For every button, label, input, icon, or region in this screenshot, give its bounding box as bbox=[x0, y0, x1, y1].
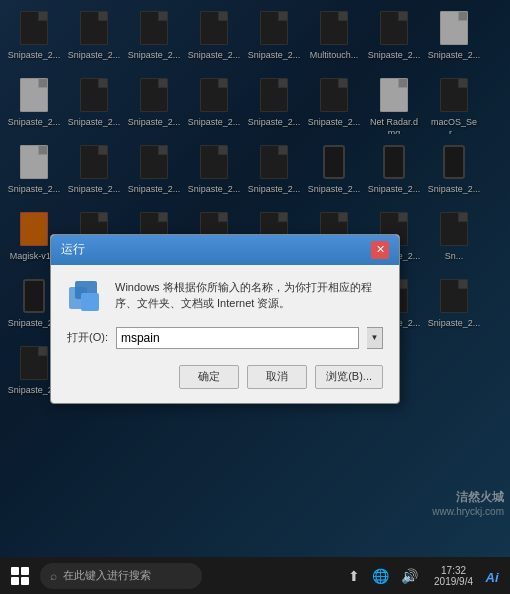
start-button[interactable] bbox=[0, 557, 40, 594]
windows-logo-icon bbox=[11, 567, 29, 585]
desktop: Snipaste_2... Snipaste_2... Snipaste_2..… bbox=[0, 0, 510, 557]
taskbar-system-icon[interactable]: ⬆ bbox=[344, 566, 364, 586]
dialog-title: 运行 bbox=[61, 241, 85, 258]
svg-rect-2 bbox=[81, 293, 99, 311]
clock-date: 2019/9/4 bbox=[434, 576, 473, 587]
dropdown-arrow[interactable]: ▼ bbox=[367, 327, 383, 349]
ok-button[interactable]: 确定 bbox=[179, 365, 239, 389]
clock-time: 17:32 bbox=[441, 565, 466, 576]
run-dialog: 运行 ✕ Windows 将根据你所输入的名称，为你打开相应的程序、文件夹、文档… bbox=[50, 234, 400, 404]
dialog-title-bar: 运行 ✕ bbox=[51, 235, 399, 265]
dialog-body: Windows 将根据你所输入的名称，为你打开相应的程序、文件夹、文档或 Int… bbox=[51, 265, 399, 327]
dialog-button-row: 确定 取消 浏览(B)... bbox=[51, 361, 399, 403]
taskbar-network-icon[interactable]: 🌐 bbox=[368, 566, 393, 586]
dialog-backdrop: 运行 ✕ Windows 将根据你所输入的名称，为你打开相应的程序、文件夹、文档… bbox=[0, 0, 510, 557]
clock-area[interactable]: 17:32 2019/9/4 bbox=[426, 563, 481, 589]
run-dialog-icon bbox=[67, 279, 103, 315]
dialog-close-button[interactable]: ✕ bbox=[371, 241, 389, 259]
dialog-input-row: 打开(O): ▼ bbox=[51, 327, 399, 361]
taskbar-volume-icon[interactable]: 🔊 bbox=[397, 566, 422, 586]
ai-badge[interactable]: Ai bbox=[474, 560, 510, 594]
search-placeholder: 在此键入进行搜索 bbox=[63, 568, 151, 583]
dialog-description: Windows 将根据你所输入的名称，为你打开相应的程序、文件夹、文档或 Int… bbox=[115, 279, 383, 312]
browse-button[interactable]: 浏览(B)... bbox=[315, 365, 383, 389]
run-input[interactable] bbox=[116, 327, 359, 349]
input-label: 打开(O): bbox=[67, 330, 108, 345]
cancel-button[interactable]: 取消 bbox=[247, 365, 307, 389]
search-bar[interactable]: ⌕ 在此键入进行搜索 bbox=[40, 563, 202, 589]
taskbar-right: ⬆ 🌐 🔊 17:32 2019/9/4 💬 Ai bbox=[344, 563, 510, 589]
taskbar: ⌕ 在此键入进行搜索 ⬆ 🌐 🔊 17:32 2019/9/4 💬 Ai bbox=[0, 557, 510, 594]
search-icon: ⌕ bbox=[50, 569, 57, 583]
